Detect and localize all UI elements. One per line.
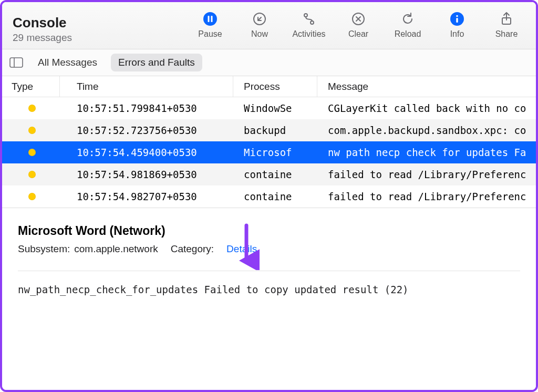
filter-bar: All Messages Errors and Faults: [2, 49, 536, 76]
log-row-selected[interactable]: 10:57:54.459400+0530 Microsof nw_path_ne…: [2, 141, 536, 163]
detail-meta: Subsystem: com.apple.network Category: D…: [18, 243, 520, 255]
now-label: Now: [251, 29, 268, 39]
log-message: failed to read /Library/Preferenc: [317, 169, 536, 180]
now-button[interactable]: Now: [241, 12, 278, 39]
column-header-type[interactable]: Type: [2, 76, 60, 97]
svg-point-0: [203, 12, 217, 26]
detail-message-body: nw_path_necp_check_for_updates Failed to…: [18, 284, 520, 295]
detail-pane: Microsoft Word (Network) Subsystem: com.…: [2, 208, 536, 311]
svg-point-8: [456, 15, 458, 17]
warning-dot-icon: [28, 193, 36, 200]
message-count: 29 messages: [13, 32, 72, 44]
filter-errors-and-faults[interactable]: Errors and Faults: [111, 54, 202, 71]
filter-all-messages[interactable]: All Messages: [30, 54, 105, 71]
log-time: 10:57:54.981869+0530: [60, 169, 233, 180]
detail-title: Microsoft Word (Network): [18, 224, 520, 238]
share-button[interactable]: Share: [488, 12, 525, 39]
clear-button[interactable]: Clear: [339, 12, 377, 39]
pause-icon: [203, 12, 218, 26]
column-header-time[interactable]: Time: [60, 76, 233, 97]
log-message: com.apple.backupd.sandbox.xpc: co: [317, 125, 536, 136]
title-block: Console 29 messages: [13, 15, 72, 44]
window-title: Console: [13, 15, 72, 31]
log-process: containe: [233, 169, 317, 180]
column-header-message[interactable]: Message: [317, 76, 536, 97]
log-time: 10:57:52.723756+0530: [60, 125, 233, 136]
sidebar-icon: [9, 57, 23, 68]
svg-rect-1: [208, 16, 210, 22]
warning-dot-icon: [28, 149, 36, 156]
warning-dot-icon: [28, 171, 36, 178]
activities-label: Activities: [292, 29, 325, 39]
log-process: backupd: [233, 125, 317, 136]
info-label: Info: [450, 29, 464, 39]
reload-button[interactable]: Reload: [389, 12, 427, 39]
share-icon: [499, 12, 514, 26]
svg-point-5: [311, 21, 314, 24]
log-message: failed to read /Library/Preferenc: [317, 191, 536, 202]
log-message: CGLayerKit called back with no co: [317, 102, 536, 114]
log-time: 10:57:54.459400+0530: [60, 147, 233, 158]
log-row[interactable]: 10:57:52.723756+0530 backupd com.apple.b…: [2, 119, 536, 141]
share-label: Share: [495, 29, 518, 39]
svg-rect-9: [456, 18, 458, 23]
reload-label: Reload: [395, 29, 421, 39]
clear-label: Clear: [348, 29, 368, 39]
svg-rect-2: [211, 16, 213, 22]
warning-dot-icon: [28, 105, 36, 112]
svg-point-4: [304, 14, 307, 17]
toolbar-buttons: Pause Now Activities Clear: [191, 12, 525, 39]
details-link[interactable]: Details: [226, 243, 257, 255]
log-process: WindowSe: [233, 102, 317, 114]
subsystem-value: com.apple.network: [74, 243, 158, 255]
log-time: 10:57:54.982707+0530: [60, 191, 233, 202]
detail-divider: [18, 271, 520, 271]
pause-button[interactable]: Pause: [191, 12, 229, 39]
svg-rect-11: [10, 58, 23, 67]
log-row[interactable]: 10:57:54.982707+0530 containe failed to …: [2, 185, 536, 208]
info-button[interactable]: Info: [438, 12, 476, 39]
subsystem-label: Subsystem:: [18, 243, 70, 255]
sidebar-toggle-button[interactable]: [8, 56, 24, 69]
toolbar: Console 29 messages Pause Now Activ: [2, 2, 536, 49]
log-row[interactable]: 10:57:54.981869+0530 containe failed to …: [2, 163, 536, 185]
info-icon: [450, 12, 464, 26]
activities-icon: [302, 12, 316, 26]
column-header-process[interactable]: Process: [233, 76, 317, 97]
warning-dot-icon: [28, 127, 36, 134]
clear-icon: [351, 12, 366, 26]
table-header: Type Time Process Message: [2, 76, 536, 97]
log-table-body: 10:57:51.799841+0530 WindowSe CGLayerKit…: [2, 97, 536, 208]
log-time: 10:57:51.799841+0530: [60, 102, 233, 114]
activities-button[interactable]: Activities: [290, 12, 328, 39]
log-process: Microsof: [233, 147, 317, 158]
log-row[interactable]: 10:57:51.799841+0530 WindowSe CGLayerKit…: [2, 97, 536, 119]
console-window: Console 29 messages Pause Now Activ: [2, 2, 536, 390]
category-label: Category:: [171, 243, 214, 255]
now-icon: [252, 12, 267, 26]
log-process: containe: [233, 191, 317, 202]
pause-label: Pause: [198, 29, 222, 39]
log-message: nw_path_necp_check_for_updates Fa: [317, 147, 536, 158]
reload-icon: [400, 12, 415, 26]
